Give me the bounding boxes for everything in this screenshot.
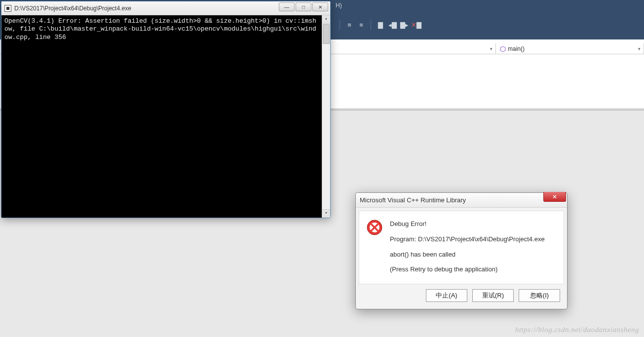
scope-label: main() bbox=[508, 45, 525, 52]
chevron-down-icon: ▾ bbox=[638, 46, 641, 51]
console-output-text: OpenCV(3.4.1) Error: Assertion failed (s… bbox=[4, 17, 327, 41]
dialog-title: Microsoft Visual C++ Runtime Library bbox=[360, 196, 466, 204]
scroll-thumb[interactable] bbox=[323, 24, 330, 44]
vs-toolbar-buttons: ≡ ≡ ▇ ◂▇ ▇▸ ✕▇ bbox=[336, 17, 644, 32]
dialog-titlebar[interactable]: Microsoft Visual C++ Runtime Library ✕ bbox=[356, 193, 567, 208]
abort-button[interactable]: 中止(A) bbox=[426, 289, 467, 302]
menu-hint: H) bbox=[336, 2, 342, 9]
toolbar-separator bbox=[371, 20, 371, 30]
dialog-hint: (Press Retry to debug the application) bbox=[390, 264, 557, 275]
console-window: D:\VS2017\Project4\x64\Debug\Project4.ex… bbox=[1, 1, 331, 218]
bookmark-next-icon[interactable]: ▇▸ bbox=[400, 20, 409, 29]
scroll-up-icon[interactable]: ▴ bbox=[322, 15, 330, 24]
watermark-text: https://blog.csdn.net/daodanxiansheng bbox=[515, 326, 639, 334]
dialog-body: Debug Error! Program: D:\VS2017\Project4… bbox=[359, 211, 564, 284]
dialog-close-button[interactable]: ✕ bbox=[543, 192, 566, 202]
console-scrollbar[interactable]: ▴ ▾ bbox=[322, 15, 330, 218]
bookmark-clear-icon[interactable]: ✕▇ bbox=[412, 20, 420, 29]
dialog-button-row: 中止(A) 重试(R) 忽略(I) bbox=[356, 287, 567, 309]
console-titlebar[interactable]: D:\VS2017\Project4\x64\Debug\Project4.ex… bbox=[1, 1, 330, 15]
maximize-button[interactable]: □ bbox=[296, 2, 311, 11]
toolbar-separator bbox=[340, 20, 340, 30]
runtime-error-dialog: Microsoft Visual C++ Runtime Library ✕ D… bbox=[355, 192, 568, 309]
dialog-heading: Debug Error! bbox=[390, 219, 557, 229]
retry-button[interactable]: 重试(R) bbox=[472, 289, 514, 302]
console-title: D:\VS2017\Project4\x64\Debug\Project4.ex… bbox=[14, 5, 131, 12]
indent-right-icon[interactable]: ≡ bbox=[357, 20, 366, 29]
window-controls: — □ ✕ bbox=[278, 2, 328, 11]
bookmark-prev-icon[interactable]: ◂▇ bbox=[388, 20, 397, 29]
scope-dropdown-right[interactable]: main() ▾ bbox=[496, 43, 644, 54]
svg-marker-0 bbox=[500, 46, 505, 52]
dialog-program-line: Program: D:\VS2017\Project4\x64\Debug\Pr… bbox=[390, 234, 557, 245]
console-output-area[interactable]: OpenCV(3.4.1) Error: Assertion failed (s… bbox=[1, 15, 330, 218]
method-icon bbox=[500, 46, 506, 52]
dialog-text: Debug Error! Program: D:\VS2017\Project4… bbox=[390, 219, 557, 275]
scroll-down-icon[interactable]: ▾ bbox=[322, 209, 330, 218]
bookmark-icon[interactable]: ▇ bbox=[376, 20, 385, 29]
error-icon bbox=[366, 219, 383, 236]
chevron-down-icon: ▾ bbox=[490, 46, 492, 51]
close-button[interactable]: ✕ bbox=[312, 2, 328, 11]
dialog-message: abort() has been called bbox=[390, 250, 557, 260]
console-app-icon bbox=[4, 5, 11, 12]
indent-left-icon[interactable]: ≡ bbox=[345, 20, 354, 29]
ignore-button[interactable]: 忽略(I) bbox=[519, 289, 560, 302]
minimize-button[interactable]: — bbox=[279, 2, 295, 11]
